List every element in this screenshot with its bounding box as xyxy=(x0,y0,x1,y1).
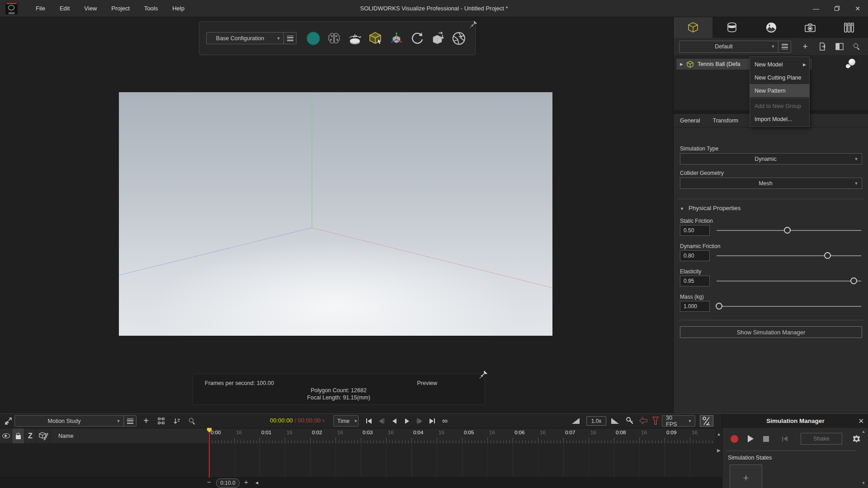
menu-item-new-pattern[interactable]: New Pattern xyxy=(750,84,809,97)
tab-environments[interactable] xyxy=(751,17,790,38)
scroll-down-icon[interactable]: ▼ xyxy=(861,481,866,485)
go-to-end-button[interactable] xyxy=(426,418,439,424)
mass-input[interactable]: 1.000 xyxy=(680,301,710,312)
playback-speed-box[interactable]: 1.0x xyxy=(586,416,606,426)
curve-column-button[interactable]: Z xyxy=(24,428,37,444)
ramp-down-button[interactable] xyxy=(611,418,619,426)
menu-help[interactable]: Help xyxy=(165,0,192,17)
restore-button[interactable] xyxy=(826,0,847,17)
menu-view[interactable]: View xyxy=(77,0,104,17)
preset-dropdown[interactable]: Default ▼ xyxy=(679,41,791,53)
close-panel-button[interactable]: ✕ xyxy=(858,417,864,425)
render-mode-button[interactable] xyxy=(305,30,321,47)
motion-study-menu-button[interactable] xyxy=(123,416,136,426)
go-to-start-button[interactable] xyxy=(363,418,375,424)
lock-column-button[interactable] xyxy=(12,428,24,444)
trim-timeline-button[interactable] xyxy=(651,416,660,427)
motion-study-dropdown[interactable]: Motion Study ▼ xyxy=(14,415,137,427)
undo-sim-button[interactable] xyxy=(638,416,648,427)
sim-play-button[interactable] xyxy=(748,435,754,442)
split-view-button[interactable] xyxy=(834,41,845,52)
collider-geometry-select[interactable]: Mesh ▼ xyxy=(680,178,862,189)
select-model-button[interactable] xyxy=(367,30,384,47)
sim-stop-button[interactable] xyxy=(763,436,769,442)
menu-item-import-model[interactable]: Import Model... xyxy=(750,113,809,126)
ruler-scroll-up-icon[interactable]: ▲ xyxy=(717,432,721,436)
autokey-button[interactable] xyxy=(625,416,635,427)
scrollbar[interactable]: ▲ ▼ xyxy=(861,429,866,487)
record-button[interactable] xyxy=(731,435,738,443)
slider-handle[interactable] xyxy=(850,277,857,284)
time-mode-dropdown[interactable]: Time ▼ xyxy=(333,415,359,427)
ramp-up-button[interactable] xyxy=(572,418,580,426)
playhead[interactable] xyxy=(209,428,210,478)
menu-edit[interactable]: Edit xyxy=(52,0,77,17)
visibility-column-button[interactable] xyxy=(0,428,12,444)
gear-icon[interactable] xyxy=(852,434,861,444)
slider-handle[interactable] xyxy=(824,252,831,259)
close-button[interactable]: ✕ xyxy=(847,0,868,17)
minimize-button[interactable]: — xyxy=(806,0,826,17)
denoiser-button[interactable] xyxy=(326,30,342,47)
slider-handle[interactable] xyxy=(716,303,722,310)
play-button[interactable] xyxy=(401,418,413,424)
range-end-box[interactable]: 0:10.0 xyxy=(216,479,240,488)
shake-button[interactable]: Shake xyxy=(801,433,842,445)
timeline-ruler[interactable]: 0:00160:01160:02160:03160:04160:05160:06… xyxy=(208,428,715,443)
viewport-3d[interactable] xyxy=(119,92,552,336)
play-reverse-button[interactable] xyxy=(388,418,401,424)
slider-handle[interactable] xyxy=(784,227,791,234)
preset-menu-button[interactable] xyxy=(778,41,791,52)
sim-rewind-button[interactable] xyxy=(778,436,791,441)
turntable-button[interactable] xyxy=(346,30,363,47)
timeline-search-button[interactable] xyxy=(186,415,198,427)
sort-button[interactable] xyxy=(171,415,183,427)
add-simulation-state-tile[interactable]: + xyxy=(730,465,762,488)
render-button[interactable] xyxy=(450,30,467,47)
tab-cameras[interactable] xyxy=(791,17,830,38)
collapse-panel-icon[interactable] xyxy=(4,417,13,426)
add-button[interactable]: + xyxy=(799,41,811,52)
configuration-dropdown[interactable]: Base Configuration ▼ xyxy=(206,32,297,44)
menu-tools[interactable]: Tools xyxy=(137,0,165,17)
pin-icon[interactable] xyxy=(470,20,478,28)
mass-slider[interactable] xyxy=(717,301,861,312)
menu-item-new-cutting-plane[interactable]: New Cutting Plane xyxy=(750,71,809,84)
tab-models[interactable] xyxy=(674,17,712,38)
fps-dropdown[interactable]: 30 FPS ▼ xyxy=(662,415,695,427)
static-friction-slider[interactable] xyxy=(717,225,861,236)
rotate-view-button[interactable] xyxy=(409,30,425,47)
scroll-up-icon[interactable]: ▲ xyxy=(861,429,866,434)
add-keyframe-button[interactable]: + xyxy=(140,415,152,427)
tab-transform[interactable]: Transform xyxy=(706,117,745,124)
elasticity-slider[interactable] xyxy=(717,276,861,286)
panel-expand-icon[interactable]: ▶ xyxy=(717,448,721,453)
static-friction-input[interactable]: 0.50 xyxy=(680,225,710,236)
menu-file[interactable]: File xyxy=(28,0,52,17)
elasticity-input[interactable]: 0.95 xyxy=(680,276,710,286)
step-back-button[interactable] xyxy=(375,418,388,424)
model-filter-button[interactable] xyxy=(37,428,50,444)
timeline-tracks[interactable] xyxy=(208,443,715,477)
zoom-out-button[interactable]: − xyxy=(207,478,211,486)
menu-project[interactable]: Project xyxy=(104,0,137,17)
overlay-pin-icon[interactable] xyxy=(479,370,488,379)
scroll-left-icon[interactable]: ◂ xyxy=(255,479,258,486)
expand-caret-icon[interactable]: ▶ xyxy=(680,62,683,66)
tab-panels[interactable] xyxy=(830,17,868,38)
physical-properties-header[interactable]: ▼Physical Properties xyxy=(680,205,741,211)
track-list[interactable] xyxy=(0,443,208,477)
tab-appearances[interactable] xyxy=(712,17,751,38)
simulation-type-select[interactable]: Dynamic ▼ xyxy=(680,153,862,164)
menu-item-new-model[interactable]: New Model ▶ xyxy=(750,58,809,71)
menu-item-add-to-new-group[interactable]: Add to New Group xyxy=(750,99,809,113)
step-forward-button[interactable] xyxy=(413,418,426,424)
keyframe-grid-button[interactable] xyxy=(156,415,167,427)
dynamic-friction-slider[interactable] xyxy=(717,250,861,261)
zoom-in-button[interactable]: + xyxy=(244,478,248,486)
tab-general[interactable]: General xyxy=(674,117,706,124)
transform-button[interactable] xyxy=(388,30,405,47)
dynamic-friction-input[interactable]: 0.80 xyxy=(680,250,710,261)
loop-button[interactable]: ∞ xyxy=(439,417,451,426)
show-simulation-manager-button[interactable]: Show Simulation Manager xyxy=(680,326,862,338)
